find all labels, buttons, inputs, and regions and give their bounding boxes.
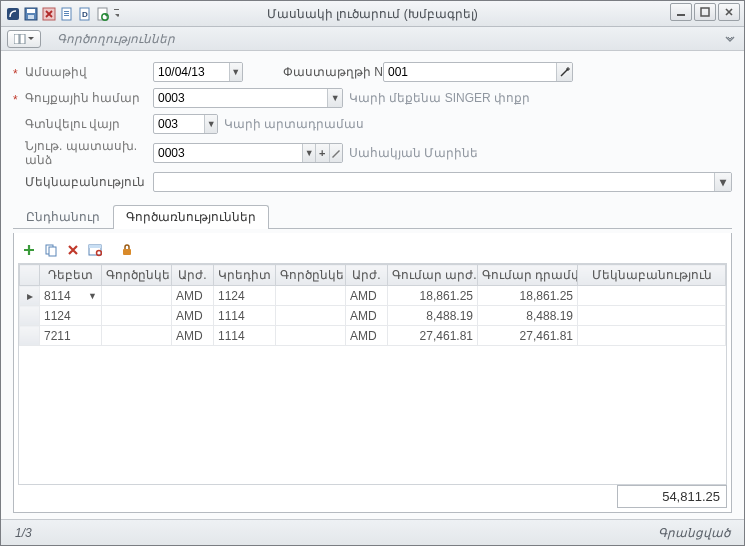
qat-dropdown-icon[interactable] (113, 7, 119, 21)
docnum-input[interactable] (384, 63, 556, 81)
window-minimize-button[interactable] (670, 3, 692, 21)
col-partner1[interactable]: Գործընկեր (102, 265, 172, 286)
svg-text:D: D (82, 10, 88, 19)
svg-rect-3 (28, 15, 34, 19)
grid-settings-button[interactable] (86, 241, 104, 259)
table-row[interactable]: ▸8114▼AMD1124AMD18,861.2518,861.25 (20, 286, 726, 306)
plus-icon[interactable]: + (315, 144, 328, 162)
cell-comment[interactable] (578, 326, 726, 346)
status-bar: 1/3 Գրանցված (1, 519, 744, 545)
chevron-down-icon[interactable]: ▼ (327, 89, 342, 107)
location-field[interactable]: ▼ (153, 114, 218, 134)
svg-rect-8 (64, 15, 69, 16)
cell-partner2[interactable] (276, 326, 346, 346)
svg-rect-15 (701, 8, 709, 16)
qat-delete-icon[interactable] (41, 6, 57, 22)
cell-partner2[interactable] (276, 286, 346, 306)
responsible-input[interactable] (154, 144, 302, 162)
comment-field[interactable]: ▾ (153, 172, 732, 192)
label-responsible: Նյութ. պատասխ. անձ (13, 139, 153, 167)
table-row[interactable]: 7211AMD1114AMD27,461.8127,461.81 (20, 326, 726, 346)
cell-amt-dram[interactable]: 8,488.19 (478, 306, 578, 326)
chevron-down-icon[interactable]: ▼ (302, 144, 315, 162)
svg-rect-13 (114, 9, 119, 10)
pencil-icon[interactable] (329, 144, 342, 162)
tabs: Ընդհանուր Գործառնություններ (13, 203, 732, 229)
cell-cur1[interactable]: AMD (172, 306, 214, 326)
col-debit[interactable]: Դեբետ (40, 265, 102, 286)
chevron-down-icon[interactable]: ▼ (204, 115, 217, 133)
cell-cur2[interactable]: AMD (346, 286, 388, 306)
grid-add-button[interactable] (20, 241, 38, 259)
grid-copy-button[interactable] (42, 241, 60, 259)
qat-save-icon[interactable] (23, 6, 39, 22)
grid[interactable]: Դեբետ Գործընկեր Արժ. Կրեդիտ Գործընկեր Ար… (18, 263, 727, 485)
date-field[interactable]: ▼ (153, 62, 243, 82)
cell-debit[interactable]: 1124 (40, 306, 102, 326)
ellipsis-icon[interactable]: ▾ (714, 173, 731, 191)
docnum-field[interactable] (383, 62, 573, 82)
cell-credit[interactable]: 1124 (214, 286, 276, 306)
wand-icon[interactable] (556, 63, 572, 81)
cell-amt-cur[interactable]: 8,488.19 (388, 306, 478, 326)
tab-operations[interactable]: Գործառնություններ (113, 205, 269, 229)
svg-rect-6 (64, 11, 69, 12)
col-partner2[interactable]: Գործընկեր (276, 265, 346, 286)
col-comment[interactable]: Մեկնաբանություն (578, 265, 726, 286)
comment-input[interactable] (154, 173, 714, 191)
cell-debit[interactable]: 8114▼ (40, 286, 102, 306)
col-cur2[interactable]: Արժ. (346, 265, 388, 286)
cell-partner2[interactable] (276, 306, 346, 326)
window-maximize-button[interactable] (694, 3, 716, 21)
date-input[interactable] (154, 63, 229, 81)
location-input[interactable] (154, 115, 204, 133)
col-credit[interactable]: Կրեդիտ (214, 265, 276, 286)
col-amt-cur[interactable]: Գումար արժ. (388, 265, 478, 286)
svg-rect-23 (123, 249, 131, 255)
cell-cur2[interactable]: AMD (346, 306, 388, 326)
cell-credit[interactable]: 1114 (214, 326, 276, 346)
invnum-field[interactable]: ▼ (153, 88, 343, 108)
row-indicator: ▸ (20, 286, 40, 306)
view-mode-button[interactable] (7, 30, 41, 48)
qat-doc2-icon[interactable]: D (77, 6, 93, 22)
cell-partner1[interactable] (102, 306, 172, 326)
svg-rect-21 (89, 245, 101, 248)
col-cur1[interactable]: Արժ. (172, 265, 214, 286)
label-location: Գտնվելու վայր (13, 117, 153, 131)
window-close-button[interactable] (718, 3, 740, 21)
cell-cur1[interactable]: AMD (172, 326, 214, 346)
actions-bar-expand-icon[interactable] (724, 33, 736, 45)
actions-bar: Գործողություններ (1, 27, 744, 51)
col-amt-dram[interactable]: Գումար դրամվ (478, 265, 578, 286)
row-indicator (20, 326, 40, 346)
window: D Մասնակի լուծարում (Խմբագրել) Գործողութ… (0, 0, 745, 546)
cell-partner1[interactable] (102, 286, 172, 306)
cell-cur2[interactable]: AMD (346, 326, 388, 346)
grid-lock-button[interactable] (118, 241, 136, 259)
qat-refresh-icon[interactable] (95, 6, 111, 22)
qat-doc1-icon[interactable] (59, 6, 75, 22)
cell-amt-cur[interactable]: 27,461.81 (388, 326, 478, 346)
cell-amt-dram[interactable]: 27,461.81 (478, 326, 578, 346)
invnum-input[interactable] (154, 89, 327, 107)
chevron-down-icon[interactable]: ▼ (229, 63, 242, 81)
cell-credit[interactable]: 1114 (214, 306, 276, 326)
cell-amt-dram[interactable]: 18,861.25 (478, 286, 578, 306)
grid-delete-button[interactable] (64, 241, 82, 259)
responsible-field[interactable]: ▼ + (153, 143, 343, 163)
tab-general[interactable]: Ընդհանուր (13, 205, 113, 229)
svg-rect-17 (20, 34, 25, 44)
grid-corner (20, 265, 40, 286)
content-area: Ամսաթիվ ▼ Փաստաթղթի N Գույքային համար ▼ … (1, 51, 744, 519)
table-row[interactable]: 1124AMD1114AMD8,488.198,488.19 (20, 306, 726, 326)
window-title: Մասնակի լուծարում (Խմբագրել) (267, 7, 478, 21)
cell-comment[interactable] (578, 306, 726, 326)
grid-table: Դեբետ Գործընկեր Արժ. Կրեդիտ Գործընկեր Ար… (19, 264, 726, 346)
cell-debit[interactable]: 7211 (40, 326, 102, 346)
cell-cur1[interactable]: AMD (172, 286, 214, 306)
cell-partner1[interactable] (102, 326, 172, 346)
label-comment: Մեկնաբանություն (13, 175, 153, 189)
cell-comment[interactable] (578, 286, 726, 306)
cell-amt-cur[interactable]: 18,861.25 (388, 286, 478, 306)
